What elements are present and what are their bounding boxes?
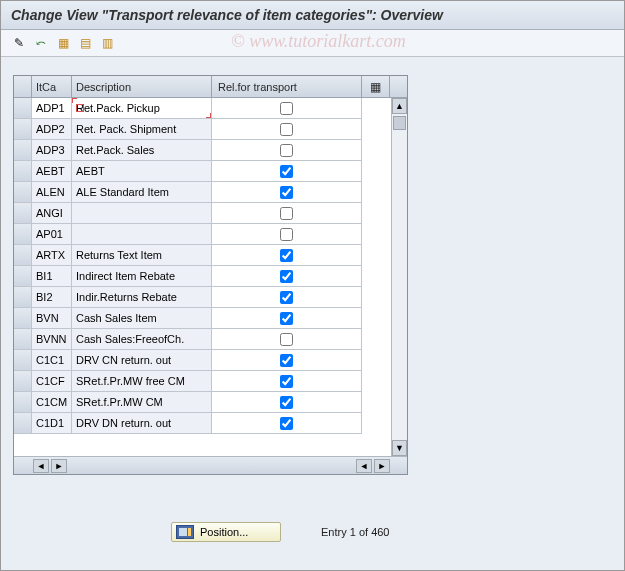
itca-cell[interactable]: ANGI — [32, 203, 72, 224]
itca-cell[interactable]: C1CF — [32, 371, 72, 392]
description-cell[interactable] — [72, 224, 212, 245]
table-row[interactable]: ADP3Ret.Pack. Sales — [14, 140, 380, 161]
select-all-icon[interactable]: ▦ — [53, 34, 73, 52]
table-row[interactable]: BI2Indir.Returns Rebate — [14, 287, 380, 308]
row-selector[interactable] — [14, 161, 32, 182]
rel-checkbox[interactable] — [280, 291, 293, 304]
rel-checkbox[interactable] — [280, 312, 293, 325]
undo-icon[interactable]: ⤺ — [31, 34, 51, 52]
itca-cell[interactable]: C1D1 — [32, 413, 72, 434]
hscroll-left-icon[interactable]: ◄ — [33, 459, 49, 473]
row-selector[interactable] — [14, 329, 32, 350]
itca-cell[interactable]: AP01 — [32, 224, 72, 245]
table-row[interactable]: AEBTAEBT — [14, 161, 380, 182]
select-column-header[interactable] — [14, 76, 32, 97]
table-row[interactable]: ALENALE Standard Item — [14, 182, 380, 203]
toggle-icon[interactable]: ✎ — [9, 34, 29, 52]
row-selector[interactable] — [14, 287, 32, 308]
itca-cell[interactable]: ARTX — [32, 245, 72, 266]
itca-cell[interactable]: ALEN — [32, 182, 72, 203]
itca-column-header[interactable]: ItCa — [32, 76, 72, 97]
table-row[interactable]: C1C1DRV CN return. out — [14, 350, 380, 371]
row-selector[interactable] — [14, 308, 32, 329]
row-selector[interactable] — [14, 224, 32, 245]
rel-checkbox[interactable] — [280, 186, 293, 199]
horizontal-scrollbar[interactable]: ◄ ► ◄ ► — [14, 456, 407, 474]
description-cell[interactable]: Returns Text Item — [72, 245, 212, 266]
itca-cell[interactable]: BVN — [32, 308, 72, 329]
rel-column-header[interactable]: Rel.for transport — [212, 76, 362, 97]
row-selector[interactable] — [14, 98, 32, 119]
itca-cell[interactable]: BI2 — [32, 287, 72, 308]
scroll-track[interactable] — [392, 114, 407, 440]
table-row[interactable]: BVNCash Sales Item — [14, 308, 380, 329]
rel-checkbox[interactable] — [280, 228, 293, 241]
rel-checkbox[interactable] — [280, 207, 293, 220]
description-cell[interactable]: Cash Sales:FreeofCh. — [72, 329, 212, 350]
table-row[interactable]: BVNNCash Sales:FreeofCh. — [14, 329, 380, 350]
table-row[interactable]: C1CFSRet.f.Pr.MW free CM — [14, 371, 380, 392]
rel-checkbox[interactable] — [280, 123, 293, 136]
row-selector[interactable] — [14, 182, 32, 203]
hscroll-left2-icon[interactable]: ◄ — [356, 459, 372, 473]
itca-cell[interactable]: C1C1 — [32, 350, 72, 371]
description-cell[interactable]: DRV CN return. out — [72, 350, 212, 371]
description-column-header[interactable]: Description — [72, 76, 212, 97]
configure-column-icon[interactable]: ▦ — [362, 76, 390, 97]
rel-checkbox[interactable] — [280, 165, 293, 178]
table-row[interactable]: C1D1DRV DN return. out — [14, 413, 380, 434]
itca-cell[interactable]: ADP1 — [32, 98, 72, 119]
row-selector[interactable] — [14, 371, 32, 392]
itca-cell[interactable]: BI1 — [32, 266, 72, 287]
table-row[interactable]: BI1Indirect Item Rebate — [14, 266, 380, 287]
deselect-icon[interactable]: ▥ — [97, 34, 117, 52]
table-row[interactable]: AP01 — [14, 224, 380, 245]
scroll-up-icon[interactable]: ▲ — [392, 98, 407, 114]
rel-checkbox[interactable] — [280, 333, 293, 346]
description-cell[interactable]: SRet.f.Pr.MW CM — [72, 392, 212, 413]
description-cell[interactable]: DRV DN return. out — [72, 413, 212, 434]
table-row[interactable]: ADP1Ret.Pack. Pickup — [14, 98, 380, 119]
rel-checkbox[interactable] — [280, 375, 293, 388]
itca-cell[interactable]: BVNN — [32, 329, 72, 350]
rel-checkbox[interactable] — [280, 249, 293, 262]
position-button[interactable]: Position... — [171, 522, 281, 542]
hscroll-right-icon[interactable]: ► — [51, 459, 67, 473]
itca-cell[interactable]: ADP2 — [32, 119, 72, 140]
select-block-icon[interactable]: ▤ — [75, 34, 95, 52]
vertical-scrollbar[interactable]: ▲ ▼ — [391, 98, 407, 456]
hscroll-right2-icon[interactable]: ► — [374, 459, 390, 473]
description-cell[interactable] — [72, 203, 212, 224]
row-selector[interactable] — [14, 392, 32, 413]
row-selector[interactable] — [14, 140, 32, 161]
rel-checkbox[interactable] — [280, 270, 293, 283]
rel-checkbox[interactable] — [280, 354, 293, 367]
rel-checkbox[interactable] — [280, 102, 293, 115]
table-row[interactable]: C1CMSRet.f.Pr.MW CM — [14, 392, 380, 413]
rel-checkbox[interactable] — [280, 417, 293, 430]
table-row[interactable]: ADP2Ret. Pack. Shipment — [14, 119, 380, 140]
description-cell[interactable]: Ret.Pack. Sales — [72, 140, 212, 161]
scroll-thumb[interactable] — [393, 116, 406, 130]
table-row[interactable]: ARTXReturns Text Item — [14, 245, 380, 266]
description-cell[interactable]: Indirect Item Rebate — [72, 266, 212, 287]
description-cell[interactable]: SRet.f.Pr.MW free CM — [72, 371, 212, 392]
description-cell[interactable]: Ret. Pack. Shipment — [72, 119, 212, 140]
itca-cell[interactable]: ADP3 — [32, 140, 72, 161]
description-cell[interactable]: Cash Sales Item — [72, 308, 212, 329]
itca-cell[interactable]: C1CM — [32, 392, 72, 413]
rel-checkbox[interactable] — [280, 396, 293, 409]
scroll-down-icon[interactable]: ▼ — [392, 440, 407, 456]
row-selector[interactable] — [14, 350, 32, 371]
row-selector[interactable] — [14, 119, 32, 140]
description-cell[interactable]: AEBT — [72, 161, 212, 182]
row-selector[interactable] — [14, 413, 32, 434]
description-cell[interactable]: ALE Standard Item — [72, 182, 212, 203]
description-cell[interactable]: Indir.Returns Rebate — [72, 287, 212, 308]
rel-checkbox[interactable] — [280, 144, 293, 157]
row-selector[interactable] — [14, 245, 32, 266]
itca-cell[interactable]: AEBT — [32, 161, 72, 182]
table-row[interactable]: ANGI — [14, 203, 380, 224]
row-selector[interactable] — [14, 203, 32, 224]
description-cell[interactable]: Ret.Pack. Pickup — [72, 98, 212, 119]
